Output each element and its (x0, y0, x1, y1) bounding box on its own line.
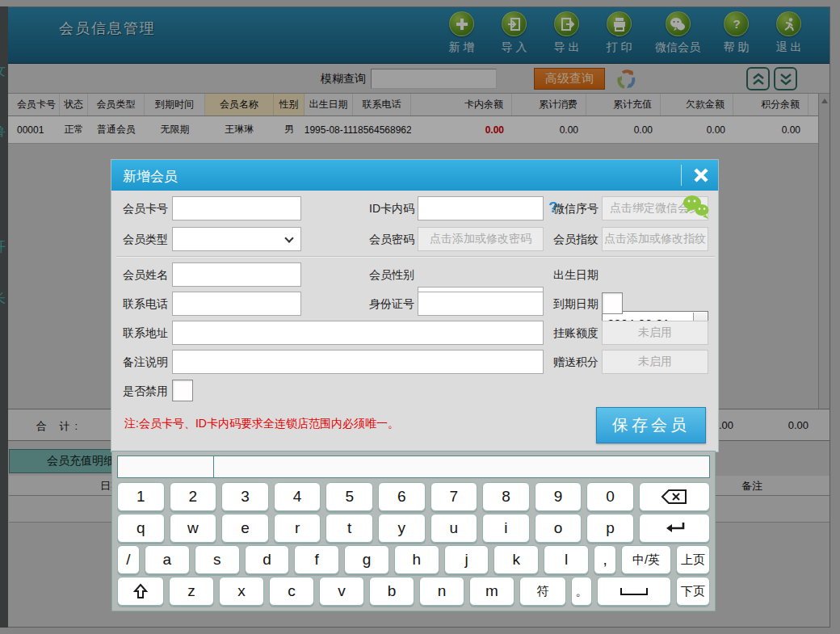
key-d[interactable]: d (245, 545, 290, 574)
name-label: 会员姓名 (118, 262, 168, 287)
display-divider (213, 456, 214, 477)
address-input[interactable] (172, 321, 544, 345)
card-no-field-wrap (172, 196, 301, 220)
keyboard-row-4: z x c v b n m 符 。 下页 (117, 577, 710, 606)
backspace-key[interactable] (639, 482, 710, 511)
key-h[interactable]: h (394, 545, 439, 574)
keyboard-row-3: / a s d f g h j k l , 中/英 上页 (117, 545, 710, 574)
keyboard-row-1: 1 2 3 4 5 6 7 8 9 0 (117, 482, 710, 511)
space-icon (620, 588, 648, 595)
key-x[interactable]: x (219, 577, 264, 606)
gender-label: 会员性别 (362, 262, 414, 287)
card-no-input[interactable] (172, 196, 301, 220)
fingerprint-label: 会员指纹 (546, 227, 598, 251)
key-r[interactable]: r (274, 514, 321, 543)
key-comma[interactable]: , (594, 545, 616, 574)
key-s[interactable]: s (195, 545, 240, 574)
key-2[interactable]: 2 (170, 482, 217, 511)
section-divider (116, 256, 715, 258)
card-no-label: 会员卡号 (118, 196, 168, 220)
key-k[interactable]: k (494, 545, 539, 574)
name-input[interactable] (172, 262, 301, 287)
shift-icon (133, 583, 148, 599)
chevron-down-icon (284, 233, 293, 242)
member-type-label: 会员类型 (118, 227, 168, 251)
prev-page-key[interactable]: 上页 (676, 545, 710, 574)
key-8[interactable]: 8 (482, 482, 530, 511)
key-v[interactable]: v (319, 577, 364, 606)
key-period[interactable]: 。 (571, 577, 592, 606)
key-c[interactable]: c (269, 577, 314, 606)
password-field[interactable]: 点击添加或修改密码 (418, 227, 544, 251)
key-b[interactable]: b (369, 577, 414, 606)
key-j[interactable]: j (444, 545, 489, 574)
key-m[interactable]: m (469, 577, 514, 606)
id-code-field-wrap (418, 196, 544, 220)
phone-input[interactable] (172, 292, 301, 316)
key-o[interactable]: o (535, 514, 582, 543)
keyboard-display[interactable] (117, 456, 710, 478)
key-0[interactable]: 0 (586, 482, 634, 511)
remark-label: 备注说明 (118, 350, 168, 374)
key-z[interactable]: z (169, 577, 214, 606)
id-number-label: 身份证号 (362, 292, 414, 316)
wechat-no-label: 微信序号 (546, 196, 598, 220)
remark-input[interactable] (172, 350, 544, 374)
unique-note-text: 注:会员卡号、ID卡内码要求全连锁店范围内必须唯一。 (124, 417, 399, 431)
credit-limit-label: 挂账额度 (546, 321, 598, 345)
space-key[interactable] (597, 577, 671, 606)
shift-key[interactable] (117, 577, 164, 606)
key-p[interactable]: p (586, 514, 634, 543)
id-number-field-wrap (418, 292, 544, 316)
key-u[interactable]: u (430, 514, 478, 543)
key-4[interactable]: 4 (274, 482, 321, 511)
key-9[interactable]: 9 (535, 482, 582, 511)
key-t[interactable]: t (326, 514, 373, 543)
key-7[interactable]: 7 (430, 482, 478, 511)
symbols-key[interactable]: 符 (519, 577, 566, 606)
next-page-key[interactable]: 下页 (676, 577, 710, 606)
lang-toggle-key[interactable]: 中/英 (621, 545, 671, 574)
id-number-input[interactable] (418, 292, 544, 316)
wechat-bind-icon[interactable] (682, 194, 711, 223)
key-y[interactable]: y (378, 514, 426, 543)
member-type-select[interactable] (172, 227, 301, 251)
key-slash[interactable]: / (117, 545, 140, 574)
gift-points-label: 赠送积分 (546, 350, 598, 374)
key-5[interactable]: 5 (326, 482, 373, 511)
titlebar-divider (681, 165, 682, 186)
key-i[interactable]: i (482, 514, 530, 543)
enter-key[interactable] (639, 514, 710, 543)
key-3[interactable]: 3 (221, 482, 269, 511)
save-member-button[interactable]: 保存会员 (596, 407, 706, 443)
expiry-date-label: 到期日期 (546, 292, 598, 316)
gift-points-field: 未启用 (602, 350, 708, 374)
key-e[interactable]: e (221, 514, 269, 543)
key-6[interactable]: 6 (378, 482, 426, 511)
key-l[interactable]: l (544, 545, 589, 574)
dialog-titlebar: 新增会员 (111, 160, 718, 191)
key-n[interactable]: n (419, 577, 464, 606)
fingerprint-field[interactable]: 点击添加或修改指纹 (602, 227, 708, 251)
key-q[interactable]: q (117, 514, 165, 543)
backspace-icon (661, 489, 688, 505)
id-code-label: ID卡内码 (362, 196, 414, 220)
address-field-wrap (172, 321, 544, 345)
disable-flag-label: 是否禁用 (118, 379, 168, 403)
remark-field-wrap (172, 350, 544, 374)
enter-icon (662, 520, 687, 536)
id-code-input[interactable] (418, 196, 544, 220)
key-1[interactable]: 1 (117, 482, 165, 511)
credit-limit-field: 未启用 (602, 321, 708, 345)
disable-flag-checkbox[interactable] (172, 380, 193, 401)
key-f[interactable]: f (294, 545, 339, 574)
keyboard-row-2: q w e r t y u i o p (117, 514, 710, 543)
member-management-screen: 会员信息管理 新 增 导 入 (0, 0, 840, 634)
key-a[interactable]: a (145, 545, 190, 574)
close-icon[interactable] (688, 163, 714, 187)
birth-date-label: 出生日期 (546, 262, 598, 287)
key-w[interactable]: w (170, 514, 217, 543)
key-g[interactable]: g (344, 545, 389, 574)
expiry-date-checkbox[interactable] (602, 292, 623, 314)
add-member-dialog: 新增会员 会员卡号 ID卡内码 ? 微信序号 点击绑定微信会员 会员类型 会员密… (111, 159, 719, 452)
